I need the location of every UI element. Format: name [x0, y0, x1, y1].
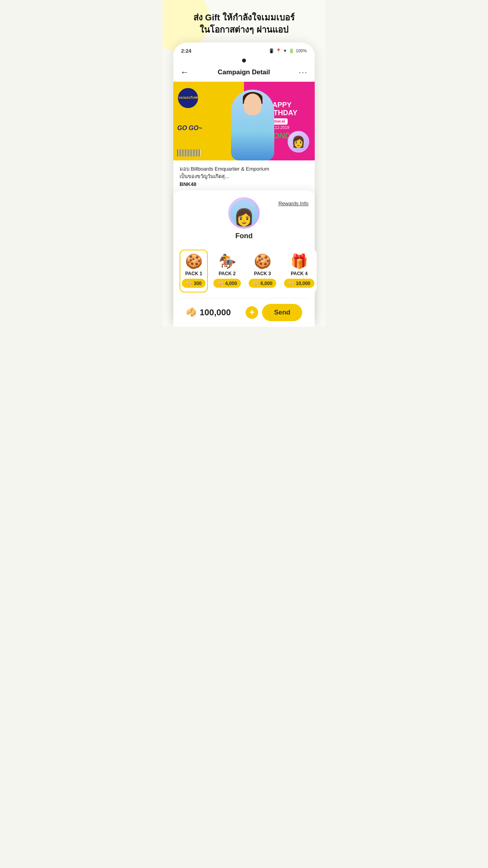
- balance-amount: 100,000: [200, 307, 231, 318]
- pack-item-1[interactable]: 🍪 PACK 1 🥠 300: [180, 250, 208, 292]
- pack1-price: 🥠 300: [182, 279, 205, 288]
- app-navbar: ← Campaign Detail ···: [173, 63, 315, 82]
- pack-item-4[interactable]: 🎁 PACK 4 🥠 10,000: [282, 250, 317, 292]
- wifi-icon: ▼: [283, 48, 287, 53]
- pack-grid: 🍪 PACK 1 🥠 300 🏇 PACK 2 🥠 4,000: [180, 250, 308, 298]
- page-wrapper: ส่ง Gift ให้กำลังใจเมมเบอร์ ในโอกาสต่างๆ…: [163, 0, 325, 327]
- desc-line3: BNK48: [180, 181, 196, 187]
- gift-panel: Rewards Info 👩 Fond 🍪 PACK 1 🥠 300: [173, 190, 315, 327]
- pack1-icon: 🍪: [185, 254, 203, 268]
- add-coins-button[interactable]: +: [246, 306, 258, 319]
- pack2-icon: 🏇: [218, 254, 236, 268]
- pack4-icon: 🎁: [290, 254, 308, 268]
- time-display: 2:24: [181, 48, 191, 54]
- status-bar: 2:24 📳 📍 ▼ 🔋 100%: [173, 42, 315, 56]
- brand-logo: แอนแอนวิเทค: [177, 87, 199, 109]
- bottom-bar: 🥠 100,000 + Send: [180, 298, 308, 327]
- vibrate-icon: 📳: [269, 48, 274, 53]
- person-placeholder: [231, 90, 274, 160]
- pack1-coin-icon: 🥠: [186, 280, 192, 286]
- battery-percent: 100%: [296, 48, 307, 53]
- pack2-price-value: 4,000: [225, 281, 237, 286]
- more-options-button[interactable]: ···: [299, 68, 308, 77]
- phone-frame: 2:24 📳 📍 ▼ 🔋 100% ← Campaign Detail ···: [173, 42, 315, 327]
- pack4-name: PACK 4: [291, 271, 308, 276]
- campaign-banner: แอนแอนวิเทค GO GO~ HAPPY BIRTHDAY BNK48 …: [173, 82, 315, 160]
- pack2-name: PACK 2: [218, 271, 235, 276]
- rewards-info-link[interactable]: Rewards Info: [278, 200, 308, 206]
- desc-line2: เป็นของขวัญวันเกิดสุ...: [180, 173, 229, 179]
- member-avatar: 👩: [228, 197, 260, 229]
- pack4-coin-icon: 🥠: [288, 280, 294, 286]
- pack-item-3[interactable]: 🍪 PACK 3 🥠 6,000: [246, 250, 279, 292]
- avatar-inner: 👩: [230, 199, 258, 227]
- pack3-icon: 🍪: [254, 254, 272, 268]
- page-header: ส่ง Gift ให้กำลังใจเมมเบอร์ ในโอกาสต่างๆ…: [163, 0, 325, 42]
- header-line1: ส่ง Gift ให้กำลังใจเมมเบอร์: [193, 13, 295, 22]
- pack4-price: 🥠 10,000: [284, 279, 314, 288]
- location-icon: 📍: [276, 48, 281, 53]
- pack-item-2[interactable]: 🏇 PACK 2 🥠 4,000: [211, 250, 243, 292]
- notch-dot: [242, 59, 246, 63]
- member-row: Rewards Info 👩 Fond: [180, 197, 308, 244]
- balance-section: 🥠 100,000: [186, 307, 242, 318]
- phone-notch: [173, 56, 315, 63]
- barcode-decoration: [177, 149, 201, 156]
- pack2-price: 🥠 4,000: [213, 279, 241, 288]
- pack3-price-value: 6,000: [261, 281, 272, 286]
- person-head: [244, 94, 261, 115]
- balance-coin-icon: 🥠: [186, 307, 196, 318]
- pack3-coin-icon: 🥠: [253, 280, 259, 286]
- pack1-name: PACK 1: [185, 271, 202, 276]
- campaign-description: มอบ Billboards Emquartier & Emporium เป็…: [173, 160, 315, 191]
- header-line2: ในโอกาสต่างๆ ผ่านแอป: [200, 25, 288, 35]
- navbar-title: Campaign Detail: [218, 68, 270, 76]
- send-button[interactable]: Send: [262, 304, 302, 321]
- member-name: Fond: [235, 232, 253, 240]
- pack2-coin-icon: 🥠: [217, 280, 224, 286]
- pack4-price-value: 10,000: [296, 281, 310, 286]
- pack1-price-value: 300: [194, 281, 202, 286]
- back-button[interactable]: ←: [180, 67, 189, 77]
- person-image: [227, 82, 278, 160]
- battery-icon: 🔋: [289, 48, 294, 53]
- pack3-price: 🥠 6,000: [249, 279, 276, 288]
- small-avatar-banner: 👩: [288, 131, 309, 153]
- pack3-name: PACK 3: [254, 271, 271, 276]
- desc-line1: มอบ Billboards Emquartier & Emporium: [180, 166, 269, 172]
- status-icons: 📳 📍 ▼ 🔋 100%: [269, 48, 307, 53]
